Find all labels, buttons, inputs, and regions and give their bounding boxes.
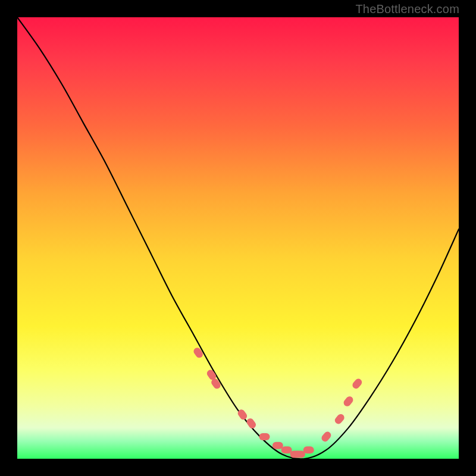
- chart-frame: TheBottleneck.com: [0, 0, 476, 476]
- highlight-dot: [303, 446, 314, 453]
- highlight-dot: [342, 395, 355, 408]
- highlight-dot: [273, 442, 283, 449]
- watermark-text: TheBottleneck.com: [355, 2, 459, 16]
- highlight-dot: [333, 412, 346, 425]
- highlight-dot: [320, 430, 333, 443]
- highlight-dot: [281, 446, 292, 453]
- highlight-dot: [245, 417, 257, 430]
- highlight-dots: [192, 346, 364, 458]
- highlight-dot: [259, 433, 270, 440]
- highlight-dot: [192, 346, 204, 359]
- curve-svg: [17, 17, 459, 459]
- bottleneck-curve: [17, 17, 459, 459]
- plot-area: [17, 17, 459, 459]
- highlight-dot: [351, 377, 364, 390]
- highlight-dot: [295, 451, 305, 458]
